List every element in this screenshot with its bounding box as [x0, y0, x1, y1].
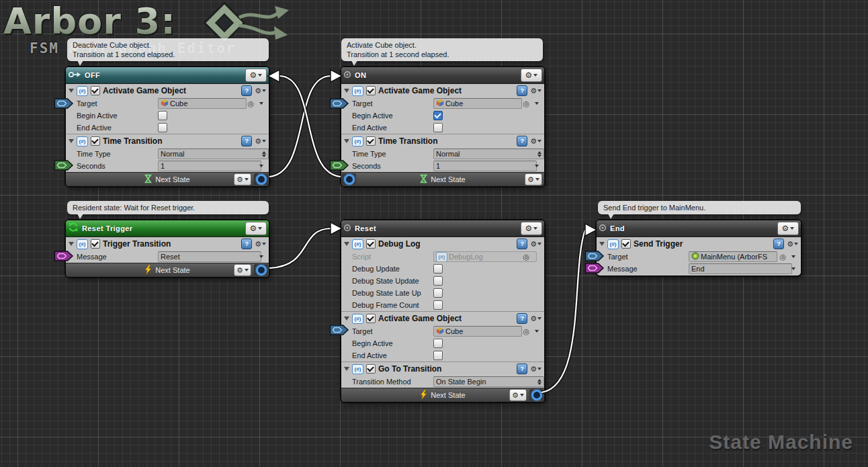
help-icon[interactable]: ?	[241, 85, 252, 96]
behaviour-settings-button[interactable]: ⚙	[255, 241, 266, 248]
state-settings-button[interactable]: ⚙	[521, 222, 542, 235]
end-active-checkbox[interactable]	[433, 123, 443, 132]
data-pin-target-off[interactable]	[54, 97, 74, 110]
state-settings-button[interactable]: ⚙	[777, 222, 799, 235]
comment-on[interactable]: Activate Cube object. Transition at 1 se…	[341, 38, 543, 61]
behaviour-enabled-checkbox[interactable]	[621, 239, 631, 249]
behaviour-settings-button[interactable]: ⚙	[255, 138, 266, 145]
begin-active-checkbox[interactable]	[433, 111, 443, 120]
transition-out-connector[interactable]	[254, 173, 268, 185]
behaviour-settings-button[interactable]: ⚙	[530, 241, 541, 248]
dropdown-arrow-icon[interactable]	[259, 255, 263, 258]
data-pin-target-end[interactable]	[584, 250, 605, 262]
seconds-input[interactable]: 1	[433, 161, 537, 171]
debug-update-checkbox[interactable]	[433, 264, 443, 273]
behaviour-enabled-checkbox[interactable]	[366, 136, 376, 146]
comment-reset-trigger[interactable]: Resident state: Wait for Reset trigger.	[67, 201, 269, 214]
data-pin-target-reset[interactable]	[329, 324, 349, 336]
help-icon[interactable]: ?	[241, 239, 252, 249]
foldout-triangle[interactable]	[344, 89, 349, 93]
object-picker-icon[interactable]: ◎	[523, 253, 529, 261]
transition-settings-button[interactable]: ⚙	[509, 389, 527, 401]
seconds-input[interactable]: 1	[158, 161, 261, 171]
comment-end[interactable]: Send End trigger to MainMenu.	[598, 201, 801, 214]
transition-out-connector[interactable]	[529, 389, 544, 400]
transition-settings-button[interactable]: ⚙	[234, 264, 251, 276]
foldout-triangle[interactable]	[69, 242, 74, 246]
next-state-link[interactable]: Next State ⚙	[66, 263, 269, 277]
end-active-checkbox[interactable]	[433, 351, 443, 360]
state-settings-button[interactable]: ⚙	[245, 69, 267, 82]
transition-out-connector[interactable]	[342, 173, 356, 185]
next-state-link[interactable]: Next State ⚙	[341, 388, 544, 402]
transition-method-dropdown[interactable]: On State Begin	[433, 376, 544, 387]
dropdown-arrow-icon[interactable]	[535, 330, 539, 333]
foldout-triangle[interactable]	[344, 316, 349, 321]
state-node-end[interactable]: End ⚙ (#) Send Trigger ? ⚙ Target MainMe…	[597, 220, 801, 275]
state-node-on[interactable]: ON ⚙ (#) Activate Game Object ? ⚙ Target…	[341, 67, 544, 186]
behaviour-enabled-checkbox[interactable]	[91, 239, 100, 249]
debug-state-late-update-checkbox[interactable]	[433, 288, 443, 298]
behaviour-settings-button[interactable]: ⚙	[530, 87, 541, 95]
next-state-link[interactable]: Next State ⚙	[66, 172, 269, 186]
object-picker-icon[interactable]: ◎	[779, 253, 786, 261]
state-header-off[interactable]: OFF ⚙	[66, 67, 269, 83]
behaviour-enabled-checkbox[interactable]	[366, 364, 376, 374]
help-icon[interactable]: ?	[517, 239, 527, 249]
message-input[interactable]: Reset	[158, 251, 261, 262]
graph-editor-canvas[interactable]: { "logo": { "title": "Arbor 3:", "subtit…	[0, 0, 868, 467]
transition-settings-button[interactable]: ⚙	[525, 173, 542, 185]
debug-state-update-checkbox[interactable]	[433, 276, 443, 286]
help-icon[interactable]: ?	[517, 364, 527, 374]
behaviour-enabled-checkbox[interactable]	[91, 86, 100, 95]
state-header-on[interactable]: ON ⚙	[341, 67, 544, 83]
help-icon[interactable]: ?	[773, 239, 784, 249]
help-icon[interactable]: ?	[241, 136, 252, 146]
comment-off[interactable]: Deactivate Cube object. Transition at 1 …	[67, 38, 269, 61]
behaviour-settings-button[interactable]: ⚙	[530, 315, 541, 323]
data-pin-message-reset-trigger[interactable]	[54, 250, 74, 262]
target-object-field[interactable]: Cube	[433, 326, 522, 337]
dropdown-arrow-icon[interactable]	[791, 267, 795, 270]
dropdown-arrow-icon[interactable]	[535, 165, 539, 167]
data-pin-seconds-on[interactable]	[329, 159, 349, 171]
state-header-end[interactable]: End ⚙	[597, 220, 801, 237]
begin-active-checkbox[interactable]	[158, 111, 167, 120]
target-object-field[interactable]: Cube	[433, 98, 522, 109]
foldout-triangle[interactable]	[344, 242, 349, 246]
behaviour-settings-button[interactable]: ⚙	[530, 138, 541, 145]
state-header-reset-trigger[interactable]: Reset Trigger ⚙	[66, 220, 269, 237]
help-icon[interactable]: ?	[517, 313, 527, 324]
debug-frame-count-checkbox[interactable]	[433, 300, 443, 310]
behaviour-enabled-checkbox[interactable]	[366, 239, 376, 249]
data-pin-target-on[interactable]	[329, 97, 349, 110]
next-state-link[interactable]: Next State ⚙	[341, 172, 544, 186]
state-header-reset[interactable]: Reset ⚙	[341, 220, 544, 237]
wire-reset-to-end[interactable]	[541, 224, 597, 392]
target-object-field[interactable]: Cube	[158, 98, 247, 109]
help-icon[interactable]: ?	[517, 136, 527, 146]
foldout-triangle[interactable]	[344, 367, 349, 371]
time-type-dropdown[interactable]: Normal	[158, 148, 269, 159]
time-type-dropdown[interactable]: Normal	[433, 148, 544, 159]
dropdown-arrow-icon[interactable]	[259, 102, 263, 105]
dropdown-arrow-icon[interactable]	[259, 165, 263, 167]
foldout-triangle[interactable]	[69, 139, 74, 143]
transition-out-connector[interactable]	[254, 264, 268, 275]
data-pin-seconds-off[interactable]	[54, 159, 74, 171]
begin-active-checkbox[interactable]	[433, 339, 443, 348]
target-object-field[interactable]: MainMenu (ArborFS	[689, 251, 777, 262]
object-picker-icon[interactable]: ◎	[247, 100, 254, 108]
behaviour-settings-button[interactable]: ⚙	[255, 87, 266, 95]
transition-settings-button[interactable]: ⚙	[234, 173, 251, 185]
behaviour-settings-button[interactable]: ⚙	[787, 241, 798, 248]
behaviour-enabled-checkbox[interactable]	[366, 86, 376, 95]
message-input[interactable]: End	[689, 263, 792, 274]
state-settings-button[interactable]: ⚙	[245, 222, 267, 235]
end-active-checkbox[interactable]	[158, 123, 167, 132]
foldout-triangle[interactable]	[69, 89, 74, 93]
wire-reset-trigger-to-reset[interactable]	[269, 222, 342, 268]
dropdown-arrow-icon[interactable]	[535, 102, 539, 105]
object-picker-icon[interactable]: ◎	[523, 328, 529, 335]
state-node-off[interactable]: OFF ⚙ (#) Activate Game Object ? ⚙ Targe…	[66, 67, 269, 186]
